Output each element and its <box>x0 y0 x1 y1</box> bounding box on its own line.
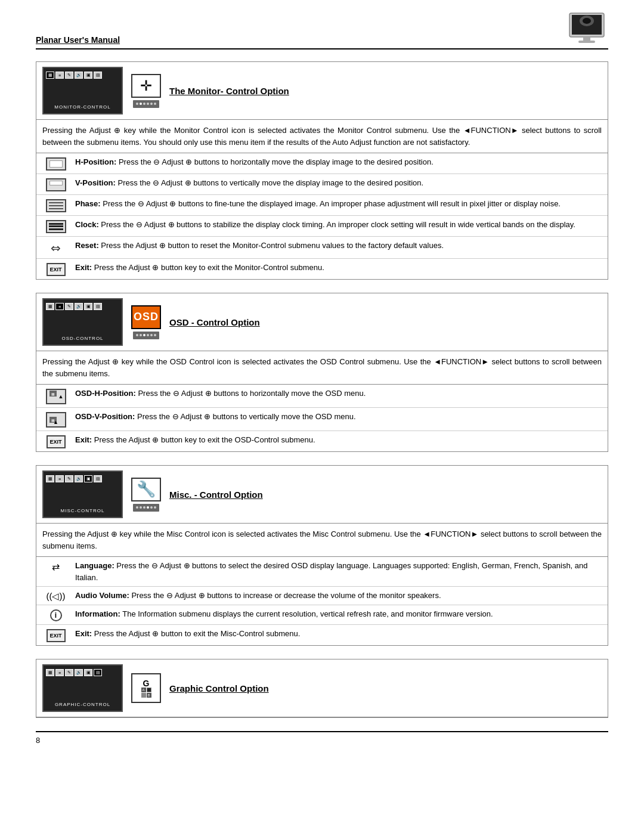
mini-icon-4: 🔊 <box>75 72 83 79</box>
misc-exit-row: EXIT Exit: Press the Adjust ⊕ button to … <box>36 625 608 645</box>
misc-mini-icon-2: ≡ <box>55 475 64 482</box>
v-position-text: V-Position: Press the ⊖ Adjust ⊕ buttons… <box>75 177 602 189</box>
osd-control-desc: Pressing the Adjust ⊕ key while the OSD … <box>36 351 608 385</box>
reset-icon-cell: ⇔ <box>42 240 69 255</box>
info-label: Information: <box>75 609 120 618</box>
language-label: Language: <box>75 561 114 570</box>
osd-v-label: OSD-V-Position: <box>75 412 135 421</box>
osd-h-text: OSD-H-Position: Press the ⊖ Adjust ⊕ but… <box>75 388 602 400</box>
audio-label: Audio Volume: <box>75 591 129 600</box>
audio-text: Audio Volume: Press the ⊖ Adjust ⊕ butto… <box>75 590 602 602</box>
v-position-icon-cell <box>42 177 69 191</box>
audio-icon: ((◁)) <box>47 591 66 602</box>
misc-exit-icon-cell: EXIT <box>42 628 69 642</box>
monitor-icon-panel: ✛ <box>131 74 161 108</box>
clock-icon-cell <box>42 219 69 233</box>
misc-exit-text: Exit: Press the Adjust ⊕ button to exit … <box>75 628 602 640</box>
scroll-dot-4 <box>147 103 149 105</box>
osd-mini-screen: ▦ ≡ ✎ 🔊 ▣ ▤ OSD-CONTROL <box>42 298 123 346</box>
osd-h-row: ▦ ▲ OSD-H-Position: Press the ⊖ Adjust ⊕… <box>36 385 608 408</box>
osd-h-box: ▦ <box>49 391 57 397</box>
phase-label: Phase: <box>75 199 101 208</box>
reset-label: Reset: <box>75 241 99 250</box>
graphic-mini-icon-6: ▤ <box>94 669 102 676</box>
monitor-mini-label: MONITOR-CONTROL <box>54 104 110 110</box>
misc-mini-icon-4: 🔊 <box>75 475 83 482</box>
scroll-dot-5 <box>150 103 153 105</box>
page-number: 8 <box>36 736 40 745</box>
svg-rect-4 <box>583 37 590 41</box>
clock-icon <box>46 220 66 233</box>
misc-control-title: Misc. - Control Option <box>169 490 602 500</box>
osd-dot-3 <box>143 334 145 336</box>
audio-icon-cell: ((◁)) <box>42 590 69 602</box>
osd-icon-panel: OSD <box>131 305 161 339</box>
misc-dot-4 <box>147 506 149 509</box>
language-icon-cell: ⇄ <box>42 560 69 572</box>
graphic-grid-row1: A <box>141 688 151 692</box>
misc-control-desc: Pressing the Adjust ⊕ key while the Misc… <box>36 524 608 557</box>
misc-mini-icon-6: ▤ <box>94 475 102 482</box>
osd-v-row: ▦ ▲ OSD-V-Position: Press the ⊖ Adjust ⊕… <box>36 408 608 431</box>
scroll-bar <box>133 100 159 108</box>
monitor-exit-label: Exit: <box>75 263 92 272</box>
graphic-control-title: Graphic Control Option <box>169 683 602 693</box>
graphic-control-header: ▦ ≡ ✎ 🔊 ▣ ▤ GRAPHIC-CONTROL G A <box>36 659 608 717</box>
monitor-mini-screen: ▦ ≡ ✎ 🔊 ▣ ▤ MONITOR-CONTROL <box>42 67 123 114</box>
misc-control-header: ▦ ≡ ✎ 🔊 ▣ ▤ MISC-CONTROL 🔧 <box>36 466 608 524</box>
mini-icon-6: ▤ <box>94 72 102 79</box>
clock-bar-2 <box>49 225 63 227</box>
graphic-grid-c <box>141 693 146 698</box>
misc-icon-panel: 🔧 <box>131 478 161 512</box>
mini-icon-5: ▣ <box>84 72 92 79</box>
misc-dot-1 <box>136 506 138 509</box>
graphic-grid-check <box>147 688 151 692</box>
v-position-row: V-Position: Press the ⊖ Adjust ⊕ buttons… <box>36 174 608 195</box>
v-position-label: V-Position: <box>75 178 116 187</box>
phase-icon <box>46 199 66 212</box>
info-text: Information: The Information submenu dis… <box>75 608 602 620</box>
monitor-exit-icon: EXIT <box>47 263 66 276</box>
misc-dot-3 <box>143 506 145 509</box>
phase-line-1 <box>49 202 63 203</box>
misc-mini-label: MISC-CONTROL <box>61 508 105 513</box>
graphic-grid: A B <box>141 688 151 698</box>
osd-v-arrow: ▲ <box>53 419 58 425</box>
clock-text: Clock: Press the ⊖ Adjust ⊕ buttons to s… <box>75 219 602 231</box>
h-position-icon-cell <box>42 156 69 171</box>
monitor-icon <box>566 12 608 45</box>
info-icon-cell: i <box>42 608 69 621</box>
osd-control-title: OSD - Control Option <box>169 317 602 327</box>
graphic-grid-b: B <box>147 693 151 698</box>
osd-mini-icon-5: ▣ <box>84 303 92 310</box>
scroll-dot-3 <box>143 103 145 105</box>
misc-exit-icon: EXIT <box>47 629 66 642</box>
audio-row: ((◁)) Audio Volume: Press the ⊖ Adjust ⊕… <box>36 587 608 605</box>
misc-dot-5 <box>150 506 153 509</box>
phase-line-3 <box>49 208 63 209</box>
osd-h-label: OSD-H-Position: <box>75 389 136 398</box>
misc-wrench-symbol: 🔧 <box>131 478 161 501</box>
graphic-g-letter: G <box>143 679 150 688</box>
monitor-control-header: ▦ ≡ ✎ 🔊 ▣ ▤ MONITOR-CONTROL ✛ <box>36 62 608 120</box>
graphic-mini-icon-3: ✎ <box>65 669 73 676</box>
h-position-icon <box>46 157 66 171</box>
reset-text: Reset: Press the Adjust ⊕ button to rese… <box>75 240 602 252</box>
phase-line-2 <box>49 205 63 206</box>
misc-mini-icon-1: ▦ <box>46 475 54 482</box>
h-position-text: H-Position: Press the ⊖ Adjust ⊕ buttons… <box>75 156 602 168</box>
mini-icon-2: ≡ <box>55 72 64 79</box>
phase-row: Phase: Press the ⊖ Adjust ⊕ buttons to f… <box>36 195 608 216</box>
osd-mini-label: OSD-CONTROL <box>61 336 103 341</box>
osd-h-icon-cell: ▦ ▲ <box>42 388 69 404</box>
page-title: Planar User's Manual <box>36 35 120 45</box>
osd-mini-icon-6: ▤ <box>94 303 102 310</box>
v-position-icon <box>46 178 66 191</box>
osd-mini-icon-2: ≡ <box>55 303 64 310</box>
language-text: Language: Press the ⊖ Adjust ⊕ buttons t… <box>75 560 602 583</box>
graphic-icon-panel: G A B <box>131 673 161 703</box>
misc-dot-6 <box>154 506 156 509</box>
svg-point-3 <box>583 18 591 24</box>
osd-v-icon-cell: ▦ ▲ <box>42 411 69 428</box>
osd-v-text: OSD-V-Position: Press the ⊖ Adjust ⊕ but… <box>75 411 602 423</box>
